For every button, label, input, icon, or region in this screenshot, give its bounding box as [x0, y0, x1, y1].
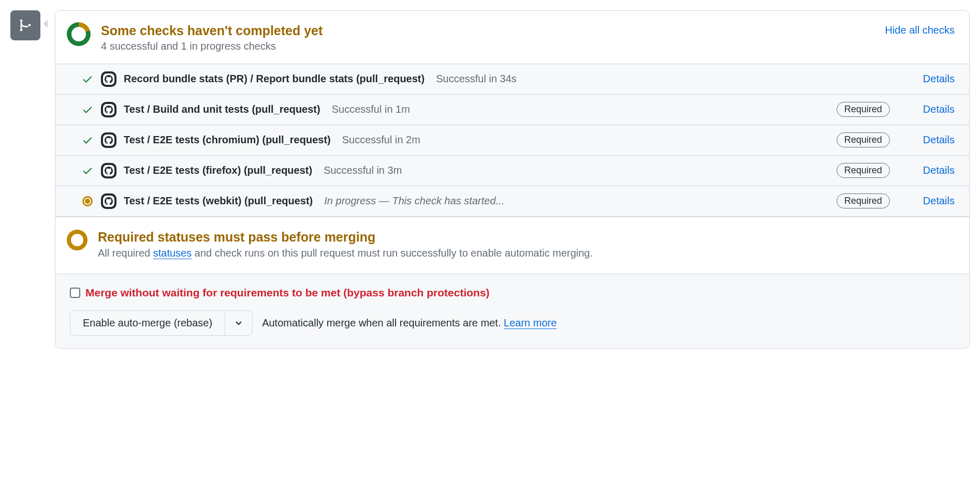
- check-row: Test / Build and unit tests (pull_reques…: [55, 95, 969, 125]
- check-status-text: Successful in 2m: [342, 134, 420, 146]
- checks-title: Some checks haven't completed yet: [101, 22, 874, 39]
- caret-down-icon: [236, 321, 242, 325]
- check-name: Test / E2E tests (firefox) (pull_request…: [124, 164, 312, 176]
- statuses-link[interactable]: statuses: [153, 247, 192, 259]
- checks-list: Record bundle stats (PR) / Report bundle…: [55, 64, 969, 217]
- github-actions-icon: [101, 163, 116, 178]
- hide-all-checks-link[interactable]: Hide all checks: [885, 24, 955, 36]
- check-icon: [82, 134, 93, 146]
- merge-footer: Merge without waiting for requirements t…: [55, 274, 969, 348]
- github-actions-icon: [101, 102, 116, 117]
- check-icon: [82, 165, 93, 176]
- checks-header: Some checks haven't completed yet 4 succ…: [55, 11, 969, 64]
- learn-more-link[interactable]: Learn more: [504, 317, 557, 329]
- github-actions-icon: [101, 132, 116, 148]
- check-row: Test / E2E tests (webkit) (pull_request)…: [55, 186, 969, 217]
- check-name: Test / Build and unit tests (pull_reques…: [124, 103, 320, 115]
- github-actions-icon: [101, 71, 116, 87]
- merge-status-box: Some checks haven't completed yet 4 succ…: [55, 10, 970, 349]
- github-actions-icon: [101, 193, 116, 209]
- required-badge: Required: [837, 163, 890, 178]
- check-status-text: Successful in 3m: [324, 164, 402, 176]
- check-row: Test / E2E tests (chromium) (pull_reques…: [55, 125, 969, 156]
- check-icon: [82, 104, 93, 115]
- check-row: Record bundle stats (PR) / Report bundle…: [55, 64, 969, 95]
- bypass-label[interactable]: Merge without waiting for requirements t…: [85, 287, 490, 299]
- check-details-link[interactable]: Details: [923, 103, 955, 115]
- required-title: Required statuses must pass before mergi…: [98, 229, 593, 246]
- check-icon: [82, 73, 93, 85]
- required-badge: Required: [837, 193, 890, 208]
- check-row: Test / E2E tests (firefox) (pull_request…: [55, 156, 969, 186]
- check-status-text: Successful in 1m: [332, 103, 410, 115]
- auto-merge-button-group: Enable auto-merge (rebase): [70, 310, 253, 336]
- check-status-text: In progress — This check has started...: [324, 195, 504, 207]
- check-details-link[interactable]: Details: [923, 73, 955, 85]
- enable-auto-merge-button[interactable]: Enable auto-merge (rebase): [70, 311, 225, 335]
- required-badge: Required: [837, 102, 890, 117]
- required-subtitle: All required statuses and check runs on …: [98, 247, 593, 259]
- merge-dropdown-button[interactable]: [225, 311, 252, 335]
- check-details-link[interactable]: Details: [923, 134, 955, 146]
- git-merge-icon: [10, 10, 40, 40]
- required-badge: Required: [837, 132, 890, 147]
- auto-merge-description: Automatically merge when all requirement…: [262, 317, 557, 329]
- pending-ring-icon: [67, 230, 87, 250]
- in-progress-icon: [82, 196, 93, 206]
- donut-progress-icon: [67, 22, 91, 46]
- checks-subtitle: 4 successful and 1 in progress checks: [101, 40, 874, 52]
- required-statuses-section: Required statuses must pass before mergi…: [55, 217, 969, 274]
- check-status-text: Successful in 34s: [436, 73, 517, 85]
- check-details-link[interactable]: Details: [923, 195, 955, 207]
- check-name: Test / E2E tests (chromium) (pull_reques…: [124, 134, 331, 146]
- check-name: Test / E2E tests (webkit) (pull_request): [124, 195, 313, 207]
- check-details-link[interactable]: Details: [923, 164, 955, 176]
- bypass-checkbox[interactable]: [70, 288, 80, 298]
- check-name: Record bundle stats (PR) / Report bundle…: [124, 73, 425, 85]
